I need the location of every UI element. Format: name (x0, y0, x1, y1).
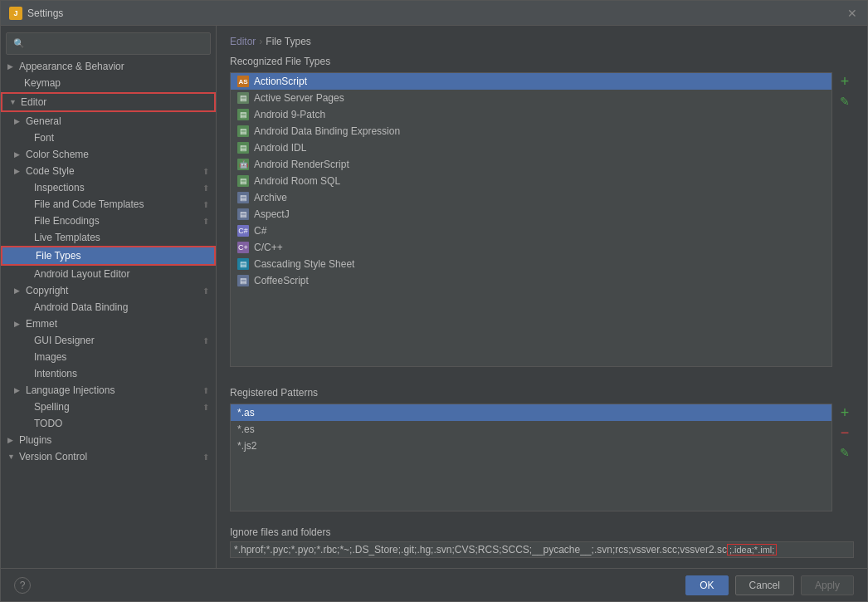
ignore-section: Ignore files and folders *.hprof;*.pyc;*… (230, 526, 854, 558)
list-item[interactable]: ▤ Android Data Binding Expression (231, 123, 831, 139)
cancel-button[interactable]: Cancel (735, 575, 794, 595)
registered-patterns-title: Registered Patterns (230, 387, 854, 399)
sidebar-item-file-encodings[interactable]: File Encodings ⬆ (1, 213, 216, 229)
export-icon: ⬆ (202, 336, 209, 345)
sidebar-label: Images (34, 351, 66, 363)
sidebar-item-general[interactable]: ▶ General (1, 113, 216, 130)
sidebar-item-android-layout-editor[interactable]: Android Layout Editor (1, 266, 216, 282)
sidebar-item-intentions[interactable]: Intentions (1, 365, 216, 382)
recognized-file-types-list[interactable]: AS ActionScript ▤ Active Server Pages ▤ … (230, 72, 832, 367)
pattern-item[interactable]: *.js2 (231, 438, 831, 454)
search-icon: 🔍 (13, 38, 25, 49)
list-item[interactable]: ▤ Android IDL (231, 139, 831, 156)
arrow-icon: ▶ (14, 150, 22, 159)
arrow-icon: ▶ (14, 386, 22, 394)
file-icon-android: ▤ (237, 109, 249, 120)
file-type-label: Android IDL (254, 142, 306, 154)
sidebar-label: Inspections (34, 182, 85, 193)
search-box[interactable]: 🔍 (6, 32, 211, 55)
title-bar: J Settings ✕ (1, 1, 867, 26)
search-input[interactable] (28, 39, 203, 49)
sidebar-label: File and Code Templates (34, 198, 144, 210)
list-item[interactable]: ▤ Android Room SQL (231, 173, 831, 189)
help-button[interactable]: ? (14, 577, 31, 594)
file-type-label: Cascading Style Sheet (254, 258, 354, 270)
arrow-icon: ▶ (14, 320, 22, 328)
sidebar-item-color-scheme[interactable]: ▶ Color Scheme (1, 146, 216, 163)
sidebar-item-spelling[interactable]: Spelling ⬆ (1, 399, 216, 415)
list-item[interactable]: 🤖 Android RenderScript (231, 156, 831, 173)
edit-pattern-button[interactable]: ✎ (836, 443, 854, 462)
recognized-file-types-section: Recognized File Types AS ActionScript ▤ (230, 56, 854, 375)
list-item[interactable]: ▤ AspectJ (231, 206, 831, 223)
sidebar-item-keymap[interactable]: Keymap (1, 75, 216, 91)
ok-button[interactable]: OK (685, 575, 728, 595)
sidebar-label: Code Style (26, 165, 75, 177)
add-pattern-button[interactable]: + (836, 404, 854, 422)
list-item[interactable]: ▤ CoffeeScript (231, 272, 831, 289)
arrow-icon: ▶ (7, 436, 16, 444)
remove-pattern-button[interactable]: − (836, 423, 854, 442)
list-item[interactable]: ▤ Archive (231, 189, 831, 206)
sidebar-label: Copyright (26, 285, 68, 296)
list-item[interactable]: C+ C/C++ (231, 239, 831, 256)
sidebar-item-file-code-templates[interactable]: File and Code Templates ⬆ (1, 196, 216, 213)
arrow-icon: ▶ (7, 62, 16, 71)
arrow-icon: ▼ (9, 98, 17, 106)
sidebar-label: Appearance & Behavior (19, 61, 124, 72)
sidebar-item-copyright[interactable]: ▶ Copyright ⬆ (1, 282, 216, 299)
sidebar-item-font[interactable]: Font (1, 130, 216, 146)
help-label: ? (20, 580, 26, 591)
sidebar-label: Android Layout Editor (34, 268, 129, 280)
sidebar-item-inspections[interactable]: Inspections ⬆ (1, 179, 216, 196)
arrow-icon: ▶ (14, 167, 22, 175)
list-item[interactable]: ▤ Android 9-Patch (231, 106, 831, 123)
sidebar-item-appearance[interactable]: ▶ Appearance & Behavior (1, 58, 216, 75)
list-item[interactable]: ▤ Cascading Style Sheet (231, 256, 831, 272)
edit-file-type-button[interactable]: ✎ (836, 92, 854, 110)
sidebar-item-editor[interactable]: ▼ Editor (1, 92, 216, 112)
file-icon-asp: ▤ (237, 92, 249, 104)
patterns-list-container: *.as *.es *.js2 + − ✎ (230, 404, 854, 511)
export-icon: ⬆ (202, 184, 209, 193)
sidebar-item-android-data-binding[interactable]: Android Data Binding (1, 299, 216, 316)
arrow-icon: ▶ (14, 117, 22, 125)
registered-patterns-section: Registered Patterns *.as *.es *.js2 + − (230, 387, 854, 520)
ignore-label: Ignore files and folders (230, 526, 854, 538)
sidebar-item-emmet[interactable]: ▶ Emmet (1, 316, 216, 332)
sidebar-item-file-types[interactable]: File Types (1, 246, 216, 266)
main-content: 🔍 ▶ Appearance & Behavior Keymap ▼ Edito… (1, 26, 867, 568)
sidebar-item-code-style[interactable]: ▶ Code Style ⬆ (1, 163, 216, 179)
file-type-label: Active Server Pages (254, 92, 344, 104)
sidebar-item-todo[interactable]: TODO (1, 415, 216, 432)
file-icon-as: AS (237, 76, 249, 87)
breadcrumb-separator: › (259, 36, 262, 47)
sidebar-label: Color Scheme (26, 149, 89, 160)
sidebar-item-gui-designer[interactable]: GUI Designer ⬆ (1, 332, 216, 349)
sidebar-item-language-injections[interactable]: ▶ Language Injections ⬆ (1, 382, 216, 399)
sidebar-label: Emmet (26, 318, 57, 330)
export-icon: ⬆ (202, 453, 209, 462)
pattern-item[interactable]: *.as (231, 404, 831, 421)
ignore-input-wrapper[interactable]: *.hprof;*.pyc;*.pyo;*.rbc;*~;.DS_Store;.… (230, 541, 854, 558)
add-file-type-button[interactable]: + (836, 72, 854, 91)
apply-button[interactable]: Apply (801, 575, 854, 595)
sidebar-label: Plugins (19, 434, 51, 446)
sidebar-label: Version Control (19, 451, 87, 463)
app-icon: J (9, 7, 22, 20)
sidebar-item-version-control[interactable]: ▼ Version Control ⬆ (1, 448, 216, 465)
sidebar-item-images[interactable]: Images (1, 349, 216, 365)
registered-patterns-list[interactable]: *.as *.es *.js2 (230, 404, 832, 511)
content-sections: Recognized File Types AS ActionScript ▤ (230, 56, 854, 558)
sidebar-item-live-templates[interactable]: Live Templates (1, 229, 216, 246)
pattern-item[interactable]: *.es (231, 421, 831, 438)
ignore-value-highlighted: ;.idea;*.iml; (727, 544, 777, 556)
sidebar-item-plugins[interactable]: ▶ Plugins (1, 432, 216, 448)
list-panel-container: AS ActionScript ▤ Active Server Pages ▤ … (230, 72, 854, 367)
file-type-label: CoffeeScript (254, 275, 309, 286)
list-item[interactable]: ▤ Active Server Pages (231, 90, 831, 106)
close-button[interactable]: ✕ (846, 7, 859, 20)
list-item[interactable]: AS ActionScript (231, 73, 831, 90)
file-type-label: Android Data Binding Expression (254, 125, 400, 137)
list-item[interactable]: C# C# (231, 223, 831, 239)
